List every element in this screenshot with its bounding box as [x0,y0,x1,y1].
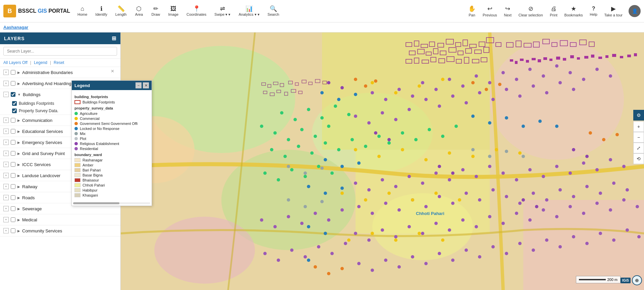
community-toggle[interactable]: + [3,228,9,233]
railway-toggle[interactable]: + [3,184,9,189]
buildings-toggle[interactable]: − [3,92,9,97]
property-survey-checkbox[interactable] [12,108,17,113]
svg-point-198 [612,182,615,185]
toolbar: B BSSCL GIS PORTAL ⌂ Home ℹ Identify 📏 L… [0,0,644,22]
layer-group-medical: + ▶ Medical [0,214,120,225]
nav-swipe[interactable]: ⇌ Swipe ▾ [210,4,234,18]
buildings-checkbox[interactable] [11,92,15,97]
svg-point-262 [354,148,357,151]
reset-link[interactable]: Reset [54,60,64,65]
educational-toggle[interactable]: + [3,129,9,134]
nav-coordinates[interactable]: 📍 Coordinates [182,4,210,18]
nav-home[interactable]: ⌂ Home [73,4,91,18]
svg-point-228 [636,205,639,208]
svg-point-273 [411,198,414,202]
nav-analytics[interactable]: 📊 Analytics ▾ [234,4,263,18]
emergency-toggle[interactable]: + [3,140,9,145]
nav-draw[interactable]: ✏ Draw [147,4,164,18]
svg-point-293 [307,259,310,262]
landuse-toggle[interactable]: + [3,173,9,178]
medical-checkbox[interactable] [11,217,15,222]
legend-titlebar: Legend − ✕ [72,81,152,90]
buildings-footprints-checkbox[interactable] [12,101,17,106]
tool-clear-selection[interactable]: ⊘ Clear selection [515,4,546,18]
address-location[interactable]: Aashanagar [3,25,28,30]
sewerage-checkbox[interactable] [11,206,15,211]
locked-label: Locked or No Response [80,127,119,131]
tool-take-a-tour[interactable]: ▶ Take a tour [601,4,626,18]
admin-checkbox[interactable] [11,70,15,75]
educational-checkbox[interactable] [11,129,15,134]
svg-text:Chhoti Pahari: Chhoti Pahari [416,211,444,216]
plot-label: Plot [80,137,86,141]
map-sync-btn[interactable]: ⟲ [633,153,644,164]
map-zoom-in-btn[interactable]: + [633,121,644,132]
landuse-checkbox[interactable] [11,173,15,178]
advertising-toggle[interactable]: + [3,81,9,86]
nav-search[interactable]: 🔍 Search [264,4,283,18]
user-avatar[interactable]: 👤 [629,5,641,17]
svg-point-316 [314,265,317,269]
sewerage-toggle[interactable]: + [3,206,9,211]
map-expand-btn[interactable]: ⤢ [633,143,644,153]
admin-toggle[interactable]: + [3,70,9,75]
nav-area-label: Area [135,12,143,16]
tool-help[interactable]: ? Help [586,4,601,18]
medical-toggle[interactable]: + [3,217,9,222]
svg-point-254 [599,232,602,235]
svg-point-327 [451,171,454,175]
community-checkbox[interactable] [11,228,15,233]
svg-point-202 [287,215,290,218]
svg-point-161 [394,185,397,188]
bari-pahari-rect [74,168,80,172]
layer-search-input[interactable] [3,47,117,56]
communication-toggle[interactable]: + [3,118,9,123]
railway-checkbox[interactable] [11,184,15,189]
svg-rect-76 [280,83,284,87]
all-layers-off-link[interactable]: All Layers Off [3,60,28,65]
tool-next[interactable]: ↪ Next [500,4,515,18]
emergency-checkbox[interactable] [11,140,15,145]
legend-link[interactable]: Legend [34,60,47,65]
legend-scroll-area[interactable] [72,201,152,206]
layer-group-community-header[interactable]: + ▶ Community Services [0,225,120,236]
search-clear-icon[interactable]: ✕ [111,69,114,74]
tool-bookmarks[interactable]: ★ Bookmarks [561,4,586,18]
iccc-toggle[interactable]: + [3,162,9,167]
tool-print[interactable]: 🖨 Print [546,4,561,18]
logo-bsscl: BSSCL [18,8,36,14]
basar-bigna-rect [74,173,80,177]
legend-item-commercial: Commercial [74,117,149,121]
layer-group-admin-header[interactable]: + ▶ Administrative Boundaries [0,67,120,78]
layer-group-medical-header[interactable]: + ▶ Medical [0,214,120,225]
nav-length[interactable]: 📏 Length [111,4,131,18]
nav-identify[interactable]: ℹ Identify [91,4,111,18]
grid-toggle[interactable]: + [3,151,9,156]
svg-rect-75 [273,82,278,85]
roads-toggle[interactable]: + [3,195,9,200]
nav-image[interactable]: 🖼 Image [164,4,182,18]
grid-checkbox[interactable] [11,151,15,156]
svg-point-157 [408,108,411,111]
svg-point-168 [488,165,491,168]
svg-point-3 [221,150,356,250]
svg-point-179 [357,205,361,208]
communication-checkbox[interactable] [11,118,15,123]
svg-rect-32 [484,47,489,53]
nav-swipe-label: Swipe ▾ [214,12,230,17]
roads-checkbox[interactable] [11,195,15,200]
layers-icon[interactable]: ⊞ [112,35,116,42]
map-zoom-out-btn[interactable]: − [633,132,644,143]
map-area[interactable]: Chhoti Pahari 200 m IGiS ⊕ ⚙ + − ⤢ ⟲ [121,32,644,290]
tool-previous[interactable]: ↩ Previous [479,4,500,18]
legend-minimize-btn[interactable]: − [136,82,142,88]
iccc-checkbox[interactable] [11,162,15,167]
map-settings-btn[interactable]: ⚙ [633,110,644,121]
nav-area[interactable]: ⬡ Area [130,4,147,18]
tool-pan[interactable]: ✋ Pan [465,4,479,18]
svg-point-288 [307,185,310,188]
advertising-checkbox[interactable] [11,81,15,86]
plot-dot [74,137,78,140]
svg-point-183 [411,198,414,202]
legend-close-btn[interactable]: ✕ [143,82,149,88]
